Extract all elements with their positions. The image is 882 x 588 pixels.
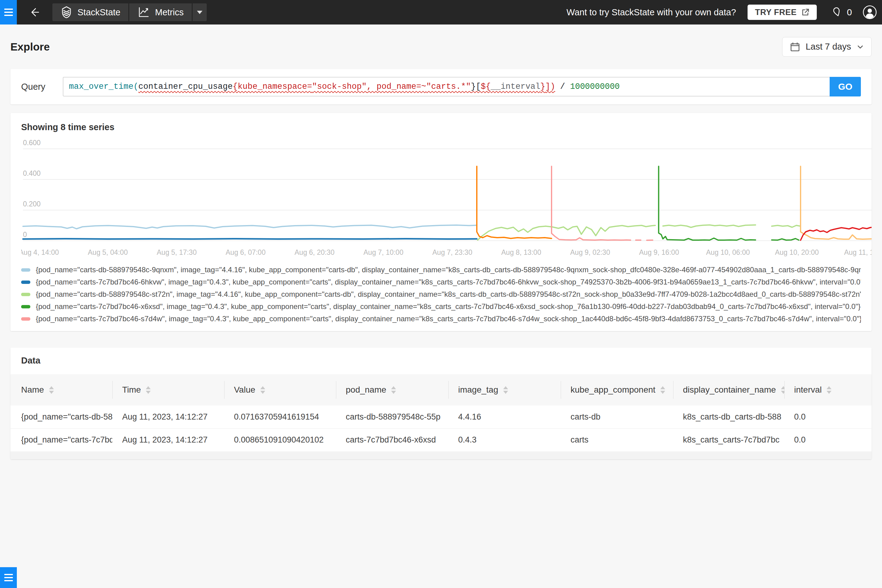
chart-card: Showing 8 time series 00.2000.4000.600Au… [10,113,872,331]
stackstate-logo-icon [60,6,73,18]
table-row[interactable]: {pod_name="carts-db-588Aug 11, 2023, 14:… [10,405,872,429]
legend-swatch [21,305,30,308]
column-header-kube_app_component[interactable]: kube_app_component [561,374,673,405]
query-token: {kube_namespace= [233,82,312,91]
query-token: , pod_name=~ [367,82,426,91]
column-header-label: pod_name [346,385,386,395]
column-header-label: kube_app_component [570,385,656,395]
legend-swatch [21,317,30,321]
legend-swatch [21,293,30,296]
legend-item[interactable]: {pod_name="carts-7c7bd7bc46-x6xsd", imag… [21,302,861,311]
sort-icon[interactable] [781,386,784,394]
sort-icon[interactable] [146,386,151,394]
try-free-label: TRY FREE [755,8,796,17]
table-horizontal-scrollbar[interactable] [10,452,872,459]
table-cell: 4.4.16 [448,405,561,429]
table-cell: 0.008651091090420102 [224,429,336,452]
legend-swatch [21,280,30,284]
y-axis-tick-label: 0.600 [23,139,41,147]
sort-icon[interactable] [49,386,54,394]
table-cell: carts-db-588979548c-55p [336,405,448,429]
sort-icon[interactable] [391,386,396,394]
hamburger-menu-button[interactable] [0,0,17,24]
x-axis-tick-label: Aug 10, 06:00 [706,248,750,256]
sort-icon[interactable] [660,386,665,394]
series-carts-7c7bd7bc46-6hkvw [23,239,477,239]
top-bar: StackState Metrics Want to try StackStat… [0,0,882,24]
nav-metrics-button[interactable]: Metrics [129,3,191,21]
query-token: "sock-shop" [312,82,367,91]
legend-item[interactable]: {pod_name="carts-db-588979548c-st72n", i… [21,290,861,298]
query-token: "carts.*" [426,82,471,91]
column-header-Value[interactable]: Value [224,374,336,405]
table-cell: carts [561,429,673,452]
legend-label: {pod_name="carts-db-588979548c-9qnxm", i… [36,266,861,274]
pin-counter[interactable]: 0 [831,7,852,18]
x-axis-tick-label: Aug 9, 02:30 [570,248,610,256]
y-axis-tick-label: 0.400 [23,170,41,177]
sort-icon[interactable] [503,386,508,394]
nav-dropdown-button[interactable] [193,3,207,21]
table-cell: 0.07163705941619154 [224,405,336,429]
cta-text: Want to try StackState with your own dat… [567,8,736,18]
column-header-Time[interactable]: Time [112,374,224,405]
table-cell: carts-db [561,405,673,429]
series-carts-db-588979548c-st72n [663,225,756,228]
sort-icon[interactable] [260,386,265,394]
back-button[interactable] [25,3,43,21]
table-cell: {pod_name="carts-7c7bd7 [10,429,112,452]
legend-label: {pod_name="carts-db-588979548c-st72n", i… [36,290,861,298]
table-row[interactable]: {pod_name="carts-7c7bd7Aug 11, 2023, 14:… [10,429,872,452]
x-axis-tick-label: Aug 5, 04:00 [88,248,128,256]
series-carts-7c7bd7bc46-s7d4w [647,240,653,240]
pin-icon [831,7,843,18]
legend-label: {pod_name="carts-7c7bd7bc46-s7d4w", imag… [36,315,861,323]
x-axis-tick-label: Aug 5, 17:30 [157,248,196,256]
series-carts-7c7bd7bc46-x6xsd [772,238,799,240]
user-avatar[interactable] [862,5,877,20]
x-axis-tick-label: Aug 8, 13:00 [501,248,541,256]
column-header-label: Name [21,385,44,395]
column-header-pod_name[interactable]: pod_name [336,374,448,405]
column-header-label: interval [794,385,822,395]
legend-swatch [21,268,30,272]
x-axis-tick-label: Aug 9, 16:00 [639,248,679,256]
legend-item[interactable]: {pod_name="carts-db-588979548c-9qnxm", i… [21,266,861,274]
x-axis-tick-label: Aug 11, 14:00 [844,248,872,256]
time-range-picker[interactable]: Last 7 days [782,37,872,57]
x-axis-tick-label: Aug 7, 10:00 [363,248,404,256]
y-axis-tick-label: 0.200 [23,200,41,208]
table-header-row: NameTimeValuepod_nameimage_tagkube_app_c… [10,374,872,405]
legend-item[interactable]: {pod_name="carts-7c7bd7bc46-6hkvw", imag… [21,278,861,286]
column-header-display_container_name[interactable]: display_container_name [673,374,784,405]
query-token: max_over_time( [69,82,138,91]
sort-icon[interactable] [826,386,831,394]
table-cell: carts-7c7bd7bc46-x6xsd [336,429,448,452]
try-free-button[interactable]: TRY FREE [747,4,817,20]
nav-stackstate-button[interactable]: StackState [52,3,128,21]
query-token: }[ [471,82,480,91]
column-header-label: Value [234,385,255,395]
column-header-image_tag[interactable]: image_tag [448,374,561,405]
column-header-interval[interactable]: interval [784,374,872,405]
column-header-label: Time [122,385,141,395]
x-axis-tick-label: Aug 6, 07:00 [226,248,266,256]
chart-legend: {pod_name="carts-db-588979548c-9qnxm", i… [21,266,861,323]
column-header-label: display_container_name [683,385,776,395]
table-cell: 0.4.3 [448,429,561,452]
go-button[interactable]: GO [830,77,861,96]
query-card: Query max_over_time(container_cpu_usage{… [10,69,872,104]
table-cell: Aug 11, 2023, 14:12:27 [112,405,224,429]
column-header-Name[interactable]: Name [10,374,112,405]
data-table: NameTimeValuepod_nameimage_tagkube_app_c… [10,374,872,452]
query-token: __interval [490,82,540,91]
bottom-menu-launcher[interactable] [0,567,17,588]
query-token: 1000000000 [570,82,620,91]
table-cell: Aug 11, 2023, 14:12:27 [112,429,224,452]
nav-metrics-label: Metrics [155,8,183,18]
table-cell: {pod_name="carts-db-588 [10,405,112,429]
legend-item[interactable]: {pod_name="carts-7c7bd7bc46-s7d4w", imag… [21,315,861,323]
data-card: Data NameTimeValuepod_nameimage_tagkube_… [10,348,872,459]
arrow-left-icon [28,6,40,18]
query-input[interactable]: max_over_time(container_cpu_usage{kube_n… [63,77,830,96]
